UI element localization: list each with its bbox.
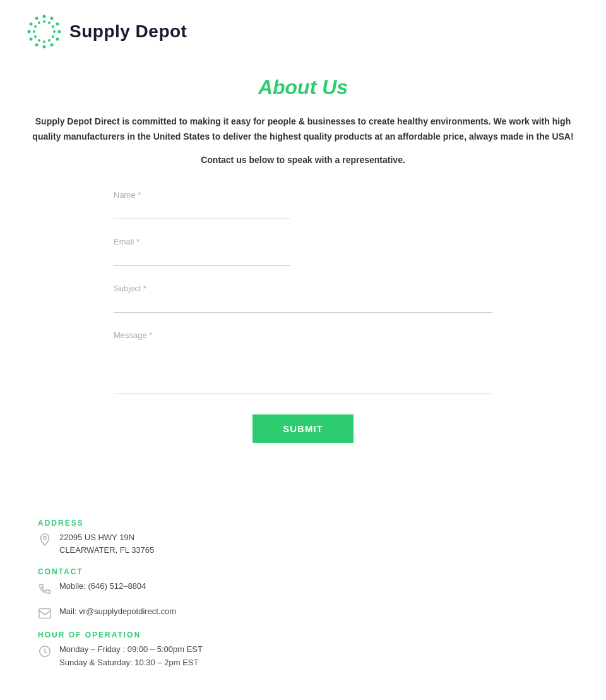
mobile-row: Mobile: (646) 512–8804: [38, 580, 568, 595]
logo: Supply Depot: [25, 13, 187, 51]
message-input[interactable]: [114, 344, 492, 394]
svg-point-14: [52, 25, 54, 28]
address-row: 22095 US HWY 19N CLEARWATER, FL 33765: [38, 531, 568, 558]
hours-row: Monday – Friday : 09:00 – 5:00pm EST Sun…: [38, 643, 568, 670]
svg-point-7: [35, 44, 39, 47]
svg-point-24: [44, 536, 47, 540]
subject-label: Subject *: [114, 284, 492, 293]
submit-container: SUBMIT: [114, 414, 492, 443]
submit-button[interactable]: SUBMIT: [252, 414, 354, 443]
name-field-group: Name *: [114, 190, 492, 219]
name-label: Name *: [114, 190, 492, 200]
address-block: ADDRESS 22095 US HWY 19N CLEARWATER, FL …: [38, 519, 568, 558]
email-label: Email *: [114, 237, 492, 246]
mail-row: Mail: vr@supplydepotdirect.com: [38, 605, 568, 620]
svg-point-12: [43, 20, 45, 23]
mobile-text: Mobile: (646) 512–8804: [59, 580, 146, 593]
svg-point-10: [30, 23, 33, 26]
address-heading: ADDRESS: [38, 519, 568, 528]
svg-point-11: [35, 17, 39, 20]
svg-point-13: [48, 21, 50, 24]
svg-point-0: [43, 15, 46, 18]
logo-text: Supply Depot: [69, 21, 187, 42]
svg-point-2: [56, 23, 59, 26]
clock-icon: [38, 644, 52, 658]
svg-point-17: [48, 39, 50, 42]
svg-point-8: [30, 38, 33, 41]
name-input[interactable]: [114, 203, 290, 219]
hours-text: Monday – Friday : 09:00 – 5:00pm EST Sun…: [59, 643, 203, 670]
svg-point-15: [53, 30, 56, 33]
address-text: 22095 US HWY 19N CLEARWATER, FL 33765: [59, 531, 154, 558]
main-content: About Us Supply Depot Direct is committe…: [0, 63, 606, 506]
subject-field-group: Subject *: [114, 284, 492, 313]
svg-point-5: [50, 44, 54, 47]
info-section: ADDRESS 22095 US HWY 19N CLEARWATER, FL …: [0, 506, 606, 700]
svg-point-6: [43, 45, 46, 49]
email-field-group: Email *: [114, 237, 492, 266]
hours-block: HOUR OF OPERATION Monday – Friday : 09:0…: [38, 631, 568, 670]
hours-heading: HOUR OF OPERATION: [38, 631, 568, 639]
mail-icon: [38, 606, 52, 620]
svg-point-1: [50, 17, 54, 20]
svg-point-3: [58, 30, 61, 33]
svg-point-9: [28, 30, 31, 33]
svg-point-18: [43, 40, 45, 43]
contact-form: Name * Email * Subject * Message * SUBMI…: [114, 190, 492, 443]
svg-point-20: [34, 35, 37, 38]
header: Supply Depot: [0, 0, 606, 63]
contact-block: CONTACT Mobile: (646) 512–8804: [38, 567, 568, 595]
about-description: Supply Depot Direct is committed to maki…: [25, 114, 581, 145]
svg-point-23: [38, 21, 40, 24]
phone-icon: [38, 581, 52, 595]
svg-point-21: [33, 30, 35, 33]
mail-text: Mail: vr@supplydepotdirect.com: [59, 605, 176, 619]
mail-block: Mail: vr@supplydepotdirect.com: [38, 605, 568, 620]
email-input[interactable]: [114, 250, 290, 266]
logo-icon: [25, 13, 63, 51]
svg-point-19: [38, 39, 40, 42]
svg-rect-25: [39, 609, 50, 619]
svg-point-22: [34, 25, 37, 28]
message-label: Message *: [114, 330, 492, 340]
svg-point-4: [56, 38, 59, 41]
about-title: About Us: [25, 76, 581, 99]
message-field-group: Message *: [114, 330, 492, 397]
contact-heading: CONTACT: [38, 567, 568, 576]
contact-invite: Contact us below to speak with a represe…: [25, 155, 581, 165]
subject-input[interactable]: [114, 297, 492, 313]
location-icon: [38, 533, 52, 546]
svg-point-16: [52, 35, 54, 38]
